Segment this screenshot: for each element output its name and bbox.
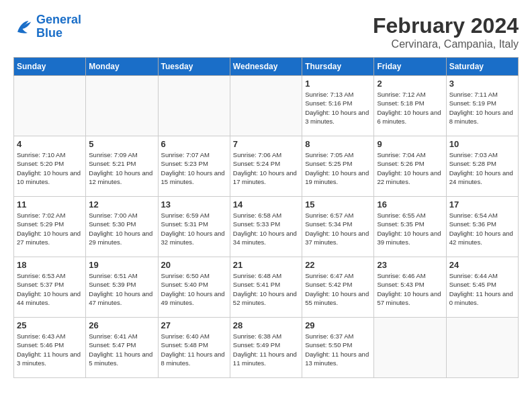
calendar-cell: 28Sunrise: 6:38 AM Sunset: 5:49 PM Dayli… [230,318,302,378]
cell-info: Sunrise: 6:44 AM Sunset: 5:45 PM Dayligh… [449,271,515,307]
calendar-cell: 29Sunrise: 6:37 AM Sunset: 5:50 PM Dayli… [302,318,374,378]
cell-info: Sunrise: 7:00 AM Sunset: 5:30 PM Dayligh… [89,211,154,246]
day-number: 12 [89,199,154,210]
cell-info: Sunrise: 7:11 AM Sunset: 5:19 PM Dayligh… [449,90,515,126]
calendar-cell [446,318,518,378]
calendar-cell [158,76,230,136]
logo: General Blue [13,13,81,40]
calendar-week-row: 1Sunrise: 7:13 AM Sunset: 5:16 PM Daylig… [14,76,519,136]
calendar-cell [230,76,302,136]
calendar-cell: 9Sunrise: 7:04 AM Sunset: 5:26 PM Daylig… [374,136,446,197]
day-number: 8 [305,139,371,149]
cell-info: Sunrise: 7:06 AM Sunset: 5:24 PM Dayligh… [233,150,299,186]
calendar-cell: 24Sunrise: 6:44 AM Sunset: 5:45 PM Dayli… [446,257,518,318]
cell-info: Sunrise: 7:07 AM Sunset: 5:23 PM Dayligh… [161,150,227,186]
calendar-cell: 8Sunrise: 7:05 AM Sunset: 5:25 PM Daylig… [302,136,374,197]
calendar-cell: 18Sunrise: 6:53 AM Sunset: 5:37 PM Dayli… [14,257,86,318]
day-number: 29 [305,320,371,330]
calendar-week-row: 4Sunrise: 7:10 AM Sunset: 5:20 PM Daylig… [14,136,519,197]
title-section: February 2024 Cervinara, Campania, Italy [373,13,519,50]
calendar-cell [374,318,446,378]
day-number: 26 [89,320,154,330]
cell-info: Sunrise: 7:02 AM Sunset: 5:29 PM Dayligh… [17,211,83,246]
day-number: 27 [161,320,227,330]
page-header: General Blue February 2024 Cervinara, Ca… [13,13,519,50]
cell-info: Sunrise: 6:59 AM Sunset: 5:31 PM Dayligh… [161,211,227,246]
day-number: 17 [449,199,515,210]
calendar-cell: 27Sunrise: 6:40 AM Sunset: 5:48 PM Dayli… [158,318,230,378]
calendar-cell: 16Sunrise: 6:55 AM Sunset: 5:35 PM Dayli… [374,197,446,257]
calendar-cell: 2Sunrise: 7:12 AM Sunset: 5:18 PM Daylig… [374,76,446,136]
day-number: 5 [89,139,154,149]
calendar-cell: 3Sunrise: 7:11 AM Sunset: 5:19 PM Daylig… [446,76,518,136]
calendar-week-row: 18Sunrise: 6:53 AM Sunset: 5:37 PM Dayli… [14,257,519,318]
day-number: 25 [17,320,83,330]
cell-info: Sunrise: 6:43 AM Sunset: 5:46 PM Dayligh… [17,332,83,367]
cell-info: Sunrise: 7:13 AM Sunset: 5:16 PM Dayligh… [305,90,371,126]
column-header-monday: Monday [86,58,158,76]
calendar-cell: 26Sunrise: 6:41 AM Sunset: 5:47 PM Dayli… [86,318,158,378]
cell-info: Sunrise: 6:55 AM Sunset: 5:35 PM Dayligh… [377,211,443,246]
day-number: 22 [305,260,371,270]
calendar-cell: 25Sunrise: 6:43 AM Sunset: 5:46 PM Dayli… [14,318,86,378]
month-title: February 2024 [373,13,519,38]
column-header-thursday: Thursday [302,58,374,76]
day-number: 3 [449,79,515,89]
day-number: 21 [233,260,299,270]
cell-info: Sunrise: 7:04 AM Sunset: 5:26 PM Dayligh… [377,150,443,186]
calendar-table: SundayMondayTuesdayWednesdayThursdayFrid… [13,57,519,378]
day-number: 24 [449,260,515,270]
calendar-cell: 10Sunrise: 7:03 AM Sunset: 5:28 PM Dayli… [446,136,518,197]
day-number: 18 [17,260,83,270]
day-number: 2 [377,79,443,89]
cell-info: Sunrise: 7:03 AM Sunset: 5:28 PM Dayligh… [449,150,515,186]
cell-info: Sunrise: 6:50 AM Sunset: 5:40 PM Dayligh… [161,271,227,307]
day-number: 10 [449,139,515,149]
calendar-cell: 6Sunrise: 7:07 AM Sunset: 5:23 PM Daylig… [158,136,230,197]
calendar-cell [14,76,86,136]
calendar-cell: 13Sunrise: 6:59 AM Sunset: 5:31 PM Dayli… [158,197,230,257]
cell-info: Sunrise: 6:53 AM Sunset: 5:37 PM Dayligh… [17,271,83,307]
day-number: 15 [305,199,371,210]
calendar-week-row: 11Sunrise: 7:02 AM Sunset: 5:29 PM Dayli… [14,197,519,257]
column-header-sunday: Sunday [14,58,86,76]
calendar-week-row: 25Sunrise: 6:43 AM Sunset: 5:46 PM Dayli… [14,318,519,378]
calendar-cell: 23Sunrise: 6:46 AM Sunset: 5:43 PM Dayli… [374,257,446,318]
calendar-cell: 4Sunrise: 7:10 AM Sunset: 5:20 PM Daylig… [14,136,86,197]
logo-icon [13,17,34,37]
cell-info: Sunrise: 7:10 AM Sunset: 5:20 PM Dayligh… [17,150,83,186]
day-number: 14 [233,199,299,210]
cell-info: Sunrise: 6:47 AM Sunset: 5:42 PM Dayligh… [305,271,371,307]
calendar-cell: 5Sunrise: 7:09 AM Sunset: 5:21 PM Daylig… [86,136,158,197]
cell-info: Sunrise: 6:48 AM Sunset: 5:41 PM Dayligh… [233,271,299,307]
logo-text-line2: Blue [36,27,81,40]
cell-info: Sunrise: 6:57 AM Sunset: 5:34 PM Dayligh… [305,211,371,246]
cell-info: Sunrise: 6:54 AM Sunset: 5:36 PM Dayligh… [449,211,515,246]
logo-text-line1: General [36,13,81,27]
calendar-cell: 20Sunrise: 6:50 AM Sunset: 5:40 PM Dayli… [158,257,230,318]
day-number: 7 [233,139,299,149]
calendar-cell: 17Sunrise: 6:54 AM Sunset: 5:36 PM Dayli… [446,197,518,257]
cell-info: Sunrise: 6:37 AM Sunset: 5:50 PM Dayligh… [305,332,371,367]
calendar-cell: 7Sunrise: 7:06 AM Sunset: 5:24 PM Daylig… [230,136,302,197]
column-header-tuesday: Tuesday [158,58,230,76]
cell-info: Sunrise: 6:40 AM Sunset: 5:48 PM Dayligh… [161,332,227,367]
day-number: 9 [377,139,443,149]
calendar-header-row: SundayMondayTuesdayWednesdayThursdayFrid… [14,58,519,76]
day-number: 4 [17,139,83,149]
calendar-cell: 21Sunrise: 6:48 AM Sunset: 5:41 PM Dayli… [230,257,302,318]
cell-info: Sunrise: 6:58 AM Sunset: 5:33 PM Dayligh… [233,211,299,246]
day-number: 6 [161,139,227,149]
day-number: 28 [233,320,299,330]
day-number: 11 [17,199,83,210]
cell-info: Sunrise: 7:12 AM Sunset: 5:18 PM Dayligh… [377,90,443,126]
day-number: 1 [305,79,371,89]
cell-info: Sunrise: 6:38 AM Sunset: 5:49 PM Dayligh… [233,332,299,367]
calendar-cell: 15Sunrise: 6:57 AM Sunset: 5:34 PM Dayli… [302,197,374,257]
day-number: 20 [161,260,227,270]
day-number: 19 [89,260,154,270]
day-number: 23 [377,260,443,270]
calendar-cell: 11Sunrise: 7:02 AM Sunset: 5:29 PM Dayli… [14,197,86,257]
location-subtitle: Cervinara, Campania, Italy [373,38,519,50]
day-number: 16 [377,199,443,210]
